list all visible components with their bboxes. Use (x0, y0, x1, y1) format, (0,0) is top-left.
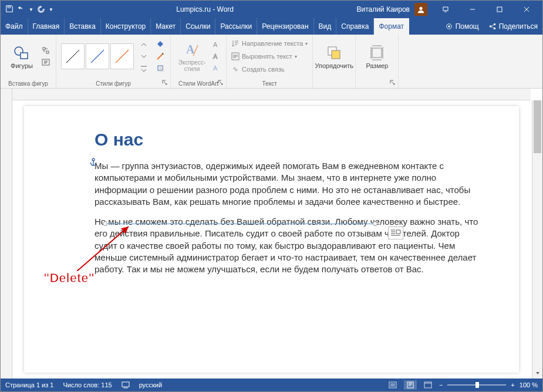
group-wordart-styles: A Экспресс-стили A A A Стили WordArt (171, 35, 227, 88)
text-outline-button[interactable]: A (211, 51, 221, 62)
text-box-button[interactable] (41, 57, 51, 67)
status-proofing-icon[interactable] (122, 381, 130, 388)
gallery-more[interactable] (139, 63, 149, 73)
tab-home[interactable]: Главная (28, 18, 65, 35)
svg-rect-26 (372, 48, 382, 58)
undo-icon[interactable] (17, 5, 25, 15)
size-launcher[interactable] (390, 80, 397, 87)
status-language[interactable]: русский (139, 381, 162, 388)
arrange-button[interactable]: Упорядочить (318, 43, 350, 69)
group-shape-styles: Стили фигур (56, 35, 171, 88)
tab-layout[interactable]: Макет (151, 18, 181, 35)
svg-point-27 (92, 158, 95, 161)
view-web[interactable] (421, 380, 434, 390)
zoom-level[interactable]: 100 % (520, 381, 538, 388)
create-link-button[interactable]: Создать связь (231, 63, 285, 75)
edit-shape-button[interactable] (41, 45, 51, 56)
resize-handle-right[interactable] (373, 221, 377, 226)
tab-references[interactable]: Ссылки (181, 18, 215, 35)
tab-format[interactable]: Формат (374, 18, 409, 35)
vertical-scrollbar[interactable] (532, 100, 542, 379)
group-arrange: Упорядочить (313, 35, 356, 88)
svg-text:A: A (213, 41, 218, 48)
undo-dropdown[interactable]: ▼ (29, 7, 33, 12)
group-insert-shapes: Фигуры Вставка фигур (1, 35, 56, 88)
scroll-down-button[interactable] (532, 368, 542, 379)
zoom-slider[interactable] (447, 384, 506, 386)
user-avatar[interactable] (414, 3, 427, 16)
text-direction-button[interactable]: Направление текста▾ (231, 38, 308, 49)
svg-rect-2 (443, 7, 448, 11)
view-focus[interactable] (386, 380, 399, 390)
paragraph-1: Мы — группа энтузиастов, одержимых идеей… (95, 160, 484, 208)
shape-style-gallery[interactable] (61, 43, 134, 69)
anchor-icon (89, 158, 98, 170)
group-label-insert-shapes: Вставка фигур (8, 80, 48, 87)
tab-share[interactable]: Поделиться (484, 18, 542, 35)
titlebar: ▼ ▼ Lumpics.ru - Word Виталий Каиров (1, 1, 542, 18)
tab-review[interactable]: Рецензирован (257, 18, 313, 35)
tab-view[interactable]: Вид (314, 18, 337, 35)
tab-mailings[interactable]: Рассылки (215, 18, 257, 35)
group-size: Размер (356, 35, 399, 88)
statusbar: Страница 1 из 1 Число слов: 115 русский … (1, 379, 542, 391)
layout-options-button[interactable] (388, 227, 403, 239)
resize-handle-left[interactable] (103, 221, 107, 226)
shape-fill-button[interactable] (155, 39, 166, 50)
shapes-button[interactable]: Фигуры (5, 43, 38, 69)
svg-rect-3 (497, 7, 502, 12)
group-label-wordart: Стили WordArt (178, 80, 218, 87)
window-title: Lumpics.ru - Word (53, 5, 357, 13)
size-button[interactable]: Размер (360, 43, 393, 69)
svg-rect-18 (159, 67, 164, 72)
paragraph-2: Но мы не сможем это сделать без Вашей об… (95, 216, 484, 275)
zoom-out[interactable]: − (439, 381, 443, 388)
horizontal-line-shape[interactable] (106, 224, 375, 224)
svg-text:A: A (213, 53, 218, 60)
text-effects-button[interactable]: A (211, 63, 221, 73)
svg-point-6 (489, 25, 491, 28)
wordart-launcher[interactable] (218, 80, 225, 87)
status-page[interactable]: Страница 1 из 1 (5, 381, 53, 388)
ribbon-tabs: Файл Главная Вставка Конструктор Макет С… (1, 18, 542, 35)
heading: О нас (95, 130, 484, 150)
scroll-thumb[interactable] (534, 100, 541, 153)
tab-help[interactable]: Справка (336, 18, 374, 35)
document-area: О нас Мы — группа энтузиастов, одержимых… (1, 89, 542, 379)
shape-outline-button[interactable] (155, 51, 166, 62)
svg-line-16 (116, 50, 129, 63)
tab-tellme[interactable]: Помощ (440, 18, 484, 35)
tab-design[interactable]: Конструктор (101, 18, 151, 35)
gallery-row-up[interactable] (139, 39, 149, 50)
group-text: Направление текста▾ Выровнять текст▾ Соз… (227, 35, 313, 88)
ribbon-options-button[interactable] (432, 1, 459, 18)
svg-rect-25 (332, 50, 340, 59)
svg-rect-0 (8, 6, 10, 8)
svg-rect-31 (390, 383, 395, 387)
close-button[interactable] (513, 1, 540, 18)
view-print[interactable] (404, 380, 417, 390)
gallery-row-down[interactable] (139, 51, 149, 62)
align-text-button[interactable]: Выровнять текст▾ (231, 50, 297, 62)
qat-customize[interactable]: ▼ (49, 7, 53, 12)
shape-styles-launcher[interactable] (162, 80, 169, 87)
wordart-quick-styles[interactable]: A Экспресс-стили (176, 40, 208, 72)
tab-file[interactable]: Файл (1, 18, 28, 35)
status-wordcount[interactable]: Число слов: 115 (63, 381, 112, 388)
maximize-button[interactable] (486, 1, 513, 18)
tab-insert[interactable]: Вставка (65, 18, 101, 35)
vertical-ruler[interactable] (1, 89, 12, 379)
autosave-icon[interactable] (5, 5, 14, 15)
group-label-shape-styles: Стили фигур (96, 80, 131, 87)
minimize-button[interactable] (459, 1, 486, 18)
horizontal-ruler[interactable] (12, 89, 531, 100)
page[interactable]: О нас Мы — группа энтузиастов, одержимых… (24, 106, 519, 373)
svg-line-14 (66, 50, 79, 63)
user-name[interactable]: Виталий Каиров (356, 5, 410, 13)
text-fill-button[interactable]: A (211, 39, 221, 50)
redo-icon[interactable] (37, 5, 45, 15)
svg-rect-10 (21, 53, 28, 59)
svg-rect-29 (122, 382, 129, 387)
shape-effects-button[interactable] (155, 63, 166, 73)
zoom-in[interactable]: + (511, 381, 514, 388)
